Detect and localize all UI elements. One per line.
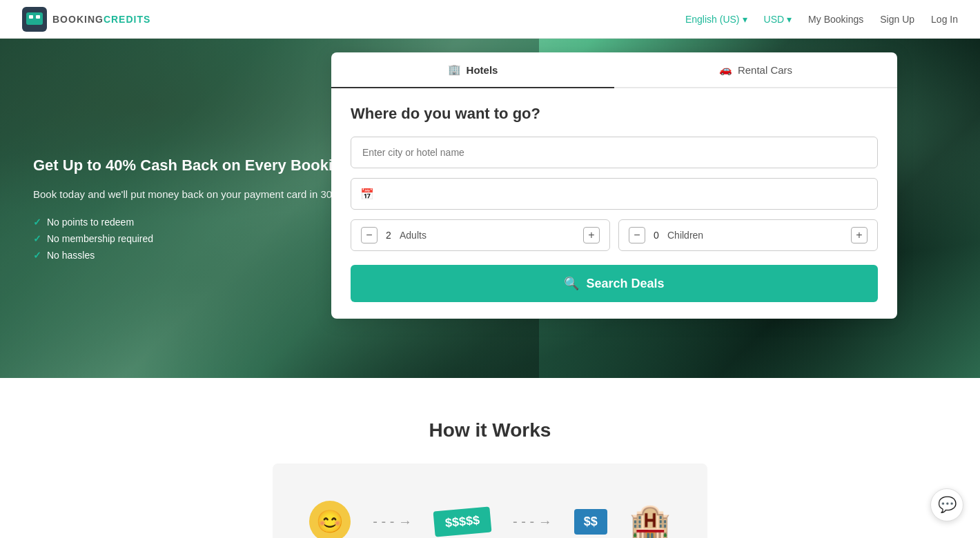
search-title: Where do you want to go? [351,105,878,123]
arrow-1: - - - → [373,514,412,530]
money-savings-icon: $$ [574,509,607,535]
hero-section: Get Up to 40% Cash Back on Every Booking… [0,39,980,378]
svg-rect-1 [26,12,43,25]
how-step-money1: $$$$$ [434,509,491,535]
tab-rental-cars[interactable]: 🚗 Rental Cars [614,52,897,88]
search-panel-container: 🏢 Hotels 🚗 Rental Cars Where do you want… [0,39,980,378]
children-label: Children [667,230,845,241]
children-decrease-button[interactable]: − [629,227,645,243]
guests-row: − 2 Adults + − 0 Children + [351,219,878,251]
adults-decrease-button[interactable]: − [361,227,378,243]
adults-increase-button[interactable]: + [583,227,600,243]
date-input[interactable]: Sat, Feb 10th - Sun, Feb 11th [351,178,878,210]
arrow-2: - - - → [513,514,552,530]
panel-tabs: 🏢 Hotels 🚗 Rental Cars [331,52,897,88]
chat-icon: 💬 [938,496,957,514]
how-illustration: 😊 - - - → $$$$$ - - - → $$ 🏨 [273,464,707,538]
logo[interactable]: BOOKiNGCREDiTS [22,7,150,32]
date-input-wrap: 📅 Sat, Feb 10th - Sun, Feb 11th [351,178,878,210]
calendar-icon: 📅 [360,188,374,201]
chevron-down-icon: ▾ [743,14,747,25]
log-in-link[interactable]: Log In [931,14,958,25]
currency-dropdown[interactable]: USD ▾ [764,14,792,25]
chevron-down-icon: ▾ [787,14,792,25]
svg-rect-4 [31,25,38,28]
how-step-person: 😊 [309,501,351,538]
my-bookings-link[interactable]: My Bookings [808,14,863,25]
logo-text: BOOKiNGCREDiTS [52,12,150,26]
navbar: BOOKiNGCREDiTS English (US) ▾ USD ▾ My B… [0,0,980,39]
car-icon: 🚗 [719,63,732,76]
language-dropdown[interactable]: English (US) ▾ [685,14,747,25]
svg-rect-3 [36,15,40,19]
how-step-money2: $$ [574,509,607,535]
hotel-icon: 🏨 [629,502,671,538]
building-icon: 🏢 [448,63,461,76]
location-input-wrap [351,137,878,168]
panel-body: Where do you want to go? 📅 Sat, Feb 10th… [331,88,897,319]
sign-up-link[interactable]: Sign Up [880,14,914,25]
svg-rect-2 [29,15,33,19]
tab-hotels[interactable]: 🏢 Hotels [331,52,614,88]
adults-label: Adults [400,230,578,241]
nav-links: English (US) ▾ USD ▾ My Bookings Sign Up… [685,14,958,25]
children-increase-button[interactable]: + [851,227,868,243]
search-deals-button[interactable]: 🔍 Search Deals [351,265,878,302]
how-it-works-section: How it Works 😊 - - - → $$$$$ - - - → $$ … [0,378,980,538]
money-tag-icon: $$$$$ [433,506,491,537]
children-control: − 0 Children + [618,219,878,251]
adults-count: 2 [383,230,394,241]
location-input[interactable] [351,137,878,168]
search-icon: 🔍 [564,276,579,291]
adults-control: − 2 Adults + [351,219,610,251]
logo-icon [22,7,47,32]
search-panel: 🏢 Hotels 🚗 Rental Cars Where do you want… [331,52,897,319]
person-icon: 😊 [309,501,351,538]
how-step-hotel: 🏨 [629,502,671,538]
chat-button[interactable]: 💬 [930,488,963,521]
search-panel-wrapper: 🏢 Hotels 🚗 Rental Cars Where do you want… [331,52,897,319]
how-title: How it Works [22,419,958,441]
children-count: 0 [651,230,662,241]
